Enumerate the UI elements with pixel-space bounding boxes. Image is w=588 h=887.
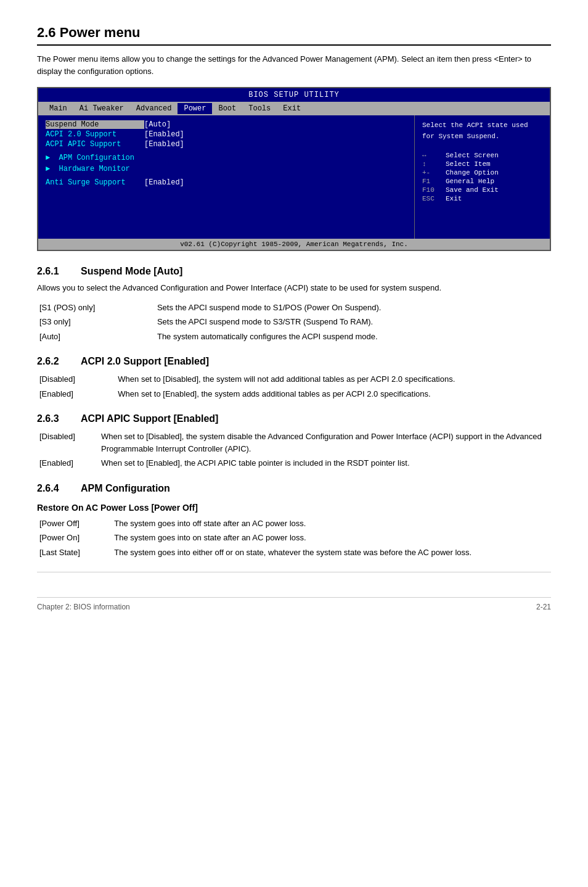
bios-key-pm: +- Change Option: [422, 169, 542, 176]
suspend-mode-value: [Auto]: [144, 120, 171, 129]
bios-help-text: Select the ACPI state used for System Su…: [422, 120, 542, 142]
def-term: [S1 (POS) only]: [37, 300, 155, 315]
bios-right-panel: Select the ACPI state used for System Su…: [414, 115, 550, 239]
def-term: [Disabled]: [37, 429, 99, 456]
section-261-defs: [S1 (POS) only] Sets the APCI suspend mo…: [37, 300, 551, 344]
bios-row-suspend: Suspend Mode [Auto]: [46, 120, 407, 129]
section-262-num: 2.6.2: [37, 356, 71, 367]
bios-row-acpi-apic: ACPI APIC Support [Enabled]: [46, 140, 407, 149]
section-263: 2.6.3 ACPI APIC Support [Enabled] [Disab…: [37, 413, 551, 471]
bios-screenshot: BIOS SETUP UTILITY Main Ai Tweaker Advan…: [37, 87, 551, 251]
def-row: [Disabled] When set to [Disabled], the s…: [37, 429, 551, 456]
section-263-defs: [Disabled] When set to [Disabled], the s…: [37, 429, 551, 471]
def-desc: When set to [Enabled], the system adds a…: [115, 387, 551, 402]
bios-title: BIOS SETUP UTILITY: [38, 88, 550, 102]
bios-submenu-apm: ► APM Configuration: [46, 154, 407, 162]
bios-nav: Main Ai Tweaker Advanced Power Boot Tool…: [38, 102, 550, 115]
def-desc: Sets the APCI suspend mode to S1/POS (Po…: [155, 300, 551, 315]
def-term: [Auto]: [37, 329, 155, 344]
antisurge-value: [Enabled]: [144, 178, 184, 187]
section-264-heading: 2.6.4 APM Configuration: [37, 483, 551, 494]
def-term: [S3 only]: [37, 315, 155, 329]
bios-nav-boot: Boot: [212, 103, 242, 114]
bios-nav-advanced: Advanced: [130, 103, 178, 114]
section-263-heading: 2.6.3 ACPI APIC Support [Enabled]: [37, 413, 551, 424]
def-desc: The system goes into on state after an A…: [112, 530, 551, 545]
section-264-sub-heading: Restore On AC Power Loss [Power Off]: [37, 503, 551, 513]
section-263-title: ACPI APIC Support [Enabled]: [81, 413, 218, 424]
def-desc: Sets the APCI suspend mode to S3/STR (Su…: [155, 315, 551, 329]
def-desc: The system automatically configures the …: [155, 329, 551, 344]
def-term: [Enabled]: [37, 456, 99, 471]
bios-body: Suspend Mode [Auto] ACPI 2.0 Support [En…: [38, 115, 550, 239]
acpi-apic-value: [Enabled]: [144, 140, 184, 149]
def-desc: When set to [Disabled], the system will …: [115, 372, 551, 387]
def-row: [Enabled] When set to [Enabled], the sys…: [37, 387, 551, 402]
section-261-desc: Allows you to select the Advanced Config…: [37, 282, 551, 294]
bios-footer: v02.61 (C)Copyright 1985-2009, American …: [38, 239, 550, 250]
bios-submenu-area: ► APM Configuration ► Hardware Monitor: [46, 154, 407, 173]
def-desc: When set to [Disabled], the system disab…: [99, 429, 551, 456]
def-desc: When set to [Enabled], the ACPI APIC tab…: [99, 456, 551, 471]
bios-nav-exit: Exit: [277, 103, 307, 114]
acpi20-label: ACPI 2.0 Support: [46, 130, 144, 139]
def-desc: The system goes into off state after an …: [112, 516, 551, 531]
def-row: [Last State] The system goes into either…: [37, 545, 551, 560]
footer-left: Chapter 2: BIOS information: [37, 603, 130, 611]
bios-nav-power: Power: [178, 103, 212, 114]
section-261-heading: 2.6.1 Suspend Mode [Auto]: [37, 266, 551, 277]
bios-key-f10: F10 Save and Exit: [422, 186, 542, 194]
def-desc: The system goes into either off or on st…: [112, 545, 551, 560]
page-title: 2.6 Power menu: [37, 25, 551, 46]
section-264: 2.6.4 APM Configuration Restore On AC Po…: [37, 483, 551, 560]
bios-key-lr: ↔ Select Screen: [422, 152, 542, 159]
section-262: 2.6.2 ACPI 2.0 Support [Enabled] [Disabl…: [37, 356, 551, 401]
def-term: [Power Off]: [37, 516, 112, 531]
footer-divider: [37, 572, 551, 572]
acpi-apic-label: ACPI APIC Support: [46, 140, 144, 149]
bios-key-esc: ESC Exit: [422, 195, 542, 202]
section-263-num: 2.6.3: [37, 413, 71, 424]
bios-left-panel: Suspend Mode [Auto] ACPI 2.0 Support [En…: [38, 115, 414, 239]
bios-row-acpi20: ACPI 2.0 Support [Enabled]: [46, 130, 407, 139]
def-term: [Power On]: [37, 530, 112, 545]
bios-key-ud: ↕ Select Item: [422, 160, 542, 168]
bios-row-antisurge: Anti Surge Support [Enabled]: [46, 178, 407, 187]
section-262-heading: 2.6.2 ACPI 2.0 Support [Enabled]: [37, 356, 551, 367]
def-row: [Enabled] When set to [Enabled], the ACP…: [37, 456, 551, 471]
section-261: 2.6.1 Suspend Mode [Auto] Allows you to …: [37, 266, 551, 344]
section-262-defs: [Disabled] When set to [Disabled], the s…: [37, 372, 551, 401]
suspend-mode-label: Suspend Mode: [46, 120, 144, 129]
def-row: [S1 (POS) only] Sets the APCI suspend mo…: [37, 300, 551, 315]
section-262-title: ACPI 2.0 Support [Enabled]: [81, 356, 209, 367]
def-row: [S3 only] Sets the APCI suspend mode to …: [37, 315, 551, 329]
section-264-num: 2.6.4: [37, 483, 71, 494]
def-row: [Power On] The system goes into on state…: [37, 530, 551, 545]
def-term: [Enabled]: [37, 387, 115, 402]
footer-right: 2-21: [536, 603, 551, 611]
def-row: [Auto] The system automatically configur…: [37, 329, 551, 344]
bios-nav-tools: Tools: [242, 103, 277, 114]
intro-text: The Power menu items allow you to change…: [37, 53, 551, 77]
antisurge-label: Anti Surge Support: [46, 178, 144, 187]
acpi20-value: [Enabled]: [144, 130, 184, 139]
section-264-defs: [Power Off] The system goes into off sta…: [37, 516, 551, 560]
bios-nav-main: Main: [43, 103, 73, 114]
def-row: [Power Off] The system goes into off sta…: [37, 516, 551, 531]
bios-key-f1: F1 General Help: [422, 178, 542, 185]
bios-nav-aitweaker: Ai Tweaker: [73, 103, 130, 114]
section-261-title: Suspend Mode [Auto]: [81, 266, 182, 277]
section-264-title: APM Configuration: [81, 483, 170, 494]
def-term: [Last State]: [37, 545, 112, 560]
page-footer: Chapter 2: BIOS information 2-21: [37, 597, 551, 611]
bios-submenu-hw: ► Hardware Monitor: [46, 165, 407, 173]
def-row: [Disabled] When set to [Disabled], the s…: [37, 372, 551, 387]
def-term: [Disabled]: [37, 372, 115, 387]
section-261-num: 2.6.1: [37, 266, 71, 277]
bios-keys: ↔ Select Screen ↕ Select Item +- Change …: [422, 152, 542, 202]
